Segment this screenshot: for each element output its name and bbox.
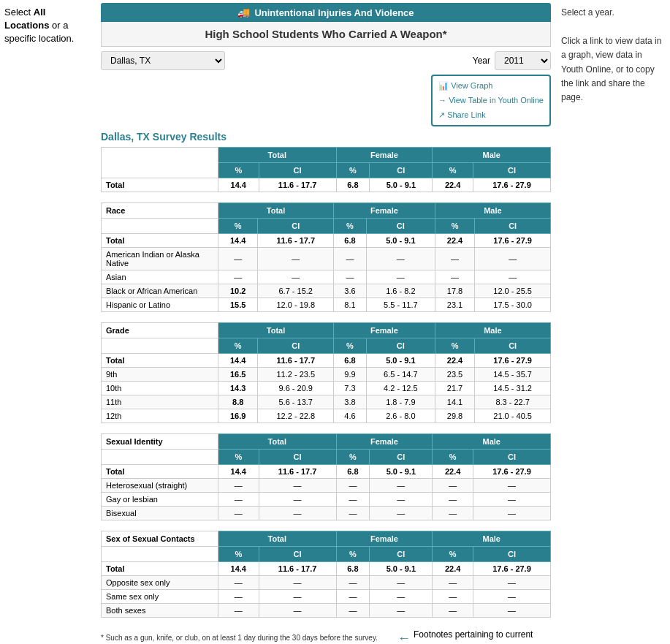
sexual-identity-table: Sexual Identity Total Female Male %CI%CI… xyxy=(101,433,551,520)
ci-header: CI xyxy=(259,163,336,178)
table-row: Total 14.411.6 - 17.76.85.0 - 9.122.417.… xyxy=(102,562,551,576)
right-sidebar: Select a year. Click a link to view data… xyxy=(557,0,670,644)
bottom-section: * Such as a gun, knife, or club, on at l… xyxy=(101,628,551,644)
pct-header: % xyxy=(218,163,259,178)
race-table: Race Total Female Male %CI%CI%CI Total 1… xyxy=(101,202,551,312)
table-row: American Indian or Alaska Native —————— xyxy=(102,248,551,270)
table-row: Total 14.4 11.6 - 17.7 6.8 5.0 - 9.1 22.… xyxy=(102,178,551,192)
footnote-note-area: ← Footnotes pertaining to current data a… xyxy=(390,628,551,644)
left-sidebar: Select All Locations or a specific locat… xyxy=(0,0,95,644)
table-row: 11th 8.85.6 - 13.73.81.8 - 7.914.18.3 - … xyxy=(102,395,551,409)
select-location-instruction: Select All Locations or a specific locat… xyxy=(4,6,91,46)
footnotes: * Such as a gun, knife, or club, on at l… xyxy=(101,632,390,644)
cell: 5.0 - 9.1 xyxy=(370,178,433,192)
f-ci-header: CI xyxy=(370,163,433,178)
footnote-1: * Such as a gun, knife, or club, on at l… xyxy=(101,632,390,644)
table-row: Total 14.411.6 - 17.76.85.0 - 9.122.417.… xyxy=(102,465,551,479)
table-row: Total 14.411.6 - 17.76.85.0 - 9.122.417.… xyxy=(102,354,551,368)
share-link-link[interactable]: ↗ Share Link xyxy=(438,108,544,123)
table-row: Both sexes —————— xyxy=(102,604,551,618)
table-row: 9th 16.511.2 - 23.59.96.5 - 14.723.514.5… xyxy=(102,368,551,382)
footnote-note-text: Footnotes pertaining to current data are… xyxy=(414,628,551,644)
table-row: Total 14.411.6 - 17.76.85.0 - 9.122.417.… xyxy=(102,234,551,248)
view-table-link[interactable]: → View Table in Youth Online xyxy=(438,94,544,108)
year-note: Select a year. xyxy=(561,6,666,20)
cell: 14.4 xyxy=(218,178,259,192)
table-row: Asian —————— xyxy=(102,270,551,284)
section-title: Dallas, TX Survey Results xyxy=(101,131,551,143)
table-row: Heterosexual (straight) —————— xyxy=(102,479,551,493)
controls-row: Dallas, TX Year 2011 xyxy=(101,47,551,75)
truck-icon: 🚚 xyxy=(237,7,250,18)
banner-text: Unintentional Injuries And Violence xyxy=(254,7,414,18)
f-pct-header: % xyxy=(336,163,370,178)
m-ci-header: CI xyxy=(473,163,551,178)
cell: 6.8 xyxy=(336,178,370,192)
row-label: Total xyxy=(102,178,218,192)
link-note: Click a link to view data in a graph, vi… xyxy=(561,34,666,105)
sex-contacts-table: Sex of Sexual Contacts Total Female Male… xyxy=(101,531,551,618)
year-label: Year xyxy=(473,56,490,66)
grade-table: Grade Total Female Male %CI%CI%CI Total … xyxy=(101,322,551,423)
cell: 22.4 xyxy=(433,178,473,192)
action-links-box: 📊 View Graph → View Table in Youth Onlin… xyxy=(431,75,551,126)
table-row: Gay or lesbian —————— xyxy=(102,493,551,507)
table-row: 12th 16.912.2 - 22.84.62.6 - 8.029.821.0… xyxy=(102,409,551,423)
m-pct-header: % xyxy=(433,163,473,178)
year-dropdown[interactable]: 2011 xyxy=(495,51,551,70)
banner-bar: 🚚 Unintentional Injuries And Violence xyxy=(101,3,551,22)
table-row: Hispanic or Latino 15.512.0 - 19.88.15.5… xyxy=(102,298,551,312)
table-row: Opposite sex only —————— xyxy=(102,576,551,590)
cell: 17.6 - 27.9 xyxy=(473,178,551,192)
male-header: Male xyxy=(433,148,551,163)
location-select-group: Dallas, TX xyxy=(101,51,225,70)
table-row: 10th 14.39.6 - 20.97.34.2 - 12.521.714.5… xyxy=(102,382,551,395)
total-header: Total xyxy=(218,148,337,163)
view-graph-link[interactable]: 📊 View Graph xyxy=(438,79,544,94)
year-select-group: Year 2011 xyxy=(473,51,551,70)
table-row: Bisexual —————— xyxy=(102,507,551,520)
location-dropdown[interactable]: Dallas, TX xyxy=(101,51,225,70)
total-table: Total Female Male % CI % CI % CI Total 1… xyxy=(101,147,551,192)
female-header: Female xyxy=(336,148,433,163)
footnote-arrow: ← xyxy=(397,628,411,644)
page-title: High School Students Who Carried A Weapo… xyxy=(101,22,551,47)
footnotes-area: * Such as a gun, knife, or club, on at l… xyxy=(101,628,390,644)
cell: 11.6 - 17.7 xyxy=(259,178,336,192)
main-content: 🚚 Unintentional Injuries And Violence Hi… xyxy=(95,0,557,644)
table-row: Black or African American 10.26.7 - 15.2… xyxy=(102,284,551,298)
table-row: Same sex only —————— xyxy=(102,590,551,604)
